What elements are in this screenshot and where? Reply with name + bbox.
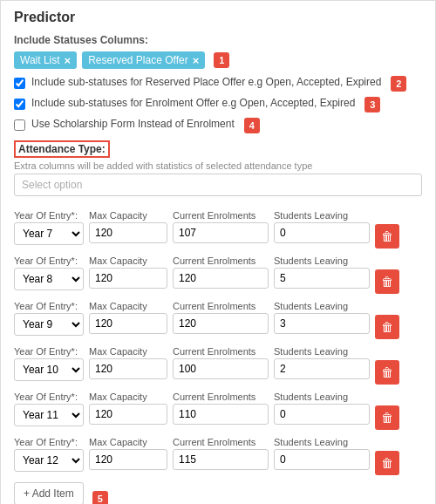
max-label: Max Capacity — [89, 437, 167, 447]
enrolments-label: Current Enrolments — [173, 437, 269, 447]
checkbox-row-1: Include sub-statuses for Reserved Place … — [14, 76, 422, 92]
year-select-2[interactable]: Year 9 — [14, 313, 84, 336]
enrolments-label: Current Enrolments — [173, 346, 269, 357]
checkbox-reserved-sub-label: Include sub-statuses for Reserved Place … — [31, 76, 381, 88]
table-row: Year Of Entry*: Year 7 Max Capacity Curr… — [14, 210, 422, 249]
annotation-4: 4 — [244, 118, 260, 133]
max-col: Max Capacity — [89, 210, 167, 243]
enrolments-input-2[interactable] — [173, 313, 269, 334]
checkbox-row-2: Include sub-statuses for Enrolment Offer… — [14, 97, 422, 112]
delete-row-4-button[interactable]: 🗑 — [375, 405, 399, 430]
year-select-3[interactable]: Year 10 — [14, 358, 84, 381]
year-select-5[interactable]: Year 12 — [14, 449, 84, 472]
delete-row-3-button[interactable]: 🗑 — [375, 360, 399, 385]
checkbox-enrolment-sub[interactable] — [14, 99, 25, 110]
max-label: Max Capacity — [89, 392, 167, 402]
year-select-1[interactable]: Year 8 — [14, 268, 84, 290]
year-col: Year Of Entry*: Year 8 — [14, 255, 84, 290]
year-label: Year Of Entry*: — [14, 210, 84, 221]
tag-reserved[interactable]: Reserved Place Offer × — [82, 51, 205, 69]
max-input-4[interactable] — [89, 404, 167, 425]
enrolments-input-1[interactable] — [173, 268, 269, 289]
leaving-col: Students Leaving — [274, 301, 370, 334]
leaving-label: Students Leaving — [274, 301, 370, 311]
table-row: Year Of Entry*: Year 11 Max Capacity Cur… — [14, 392, 422, 430]
tag-reserved-label: Reserved Place Offer — [88, 54, 188, 66]
include-statuses-label: Include Statuses Columns: — [14, 34, 422, 46]
delete-row-2-button[interactable]: 🗑 — [375, 315, 399, 339]
leaving-input-1[interactable] — [274, 268, 370, 289]
enrolments-col: Current Enrolments — [173, 392, 269, 425]
enrolments-label: Current Enrolments — [173, 210, 269, 221]
year-select-4[interactable]: Year 11 — [14, 404, 84, 426]
year-label: Year Of Entry*: — [14, 255, 84, 266]
tag-reserved-close[interactable]: × — [193, 55, 200, 66]
max-input-0[interactable] — [89, 222, 167, 243]
enrolments-input-3[interactable] — [173, 358, 269, 379]
leaving-col: Students Leaving — [274, 392, 370, 425]
enrolments-input-4[interactable] — [173, 404, 269, 425]
max-label: Max Capacity — [89, 210, 167, 221]
max-col: Max Capacity — [89, 255, 167, 289]
annotation-3: 3 — [364, 97, 380, 112]
checkbox-scholarship[interactable] — [14, 119, 25, 131]
checkbox-row-3: Use Scholarship Form Instead of Enrolmen… — [14, 118, 422, 133]
table-row: Year Of Entry*: Year 8 Max Capacity Curr… — [14, 255, 422, 294]
annotation-5: 5 — [92, 491, 108, 504]
enrolments-col: Current Enrolments — [173, 346, 269, 379]
delete-row-0-button[interactable]: 🗑 — [375, 224, 399, 249]
max-col: Max Capacity — [89, 346, 167, 379]
max-input-5[interactable] — [89, 449, 167, 470]
year-col: Year Of Entry*: Year 10 — [14, 346, 84, 381]
leaving-input-3[interactable] — [274, 358, 370, 379]
leaving-col: Students Leaving — [274, 210, 370, 243]
leaving-col: Students Leaving — [274, 255, 370, 289]
leaving-input-4[interactable] — [274, 404, 370, 425]
enrolments-label: Current Enrolments — [173, 255, 269, 266]
leaving-label: Students Leaving — [274, 210, 370, 221]
attendance-type-label: Attendance Type: — [14, 140, 110, 158]
tag-row: Wait List × Reserved Place Offer × 1 — [14, 51, 422, 69]
attendance-hint: Extra columns will be added with statist… — [14, 160, 422, 171]
checkbox-enrolment-sub-label: Include sub-statuses for Enrolment Offer… — [31, 97, 355, 109]
year-select-0[interactable]: Year 7 — [14, 222, 84, 245]
enrolments-col: Current Enrolments — [173, 210, 269, 243]
enrolments-col: Current Enrolments — [173, 255, 269, 289]
annotation-2: 2 — [391, 76, 406, 92]
attendance-section: Attendance Type: Extra columns will be a… — [14, 140, 422, 205]
max-label: Max Capacity — [89, 301, 167, 311]
tag-waitlist[interactable]: Wait List × — [14, 51, 77, 69]
delete-row-1-button[interactable]: 🗑 — [375, 269, 399, 294]
enrolments-col: Current Enrolments — [173, 301, 269, 334]
max-input-1[interactable] — [89, 268, 167, 289]
leaving-label: Students Leaving — [274, 392, 370, 402]
entry-rows: Year Of Entry*: Year 7 Max Capacity Curr… — [14, 210, 422, 475]
year-label: Year Of Entry*: — [14, 346, 84, 357]
leaving-label: Students Leaving — [274, 346, 370, 357]
max-input-3[interactable] — [89, 358, 167, 379]
add-item-button[interactable]: + Add Item — [14, 482, 84, 504]
leaving-input-2[interactable] — [274, 313, 370, 334]
max-col: Max Capacity — [89, 437, 167, 470]
enrolments-col: Current Enrolments — [173, 437, 269, 470]
checkbox-reserved-sub[interactable] — [14, 78, 25, 89]
max-input-2[interactable] — [89, 313, 167, 334]
tag-waitlist-close[interactable]: × — [65, 55, 72, 66]
leaving-col: Students Leaving — [274, 346, 370, 379]
year-col: Year Of Entry*: Year 7 — [14, 210, 84, 245]
leaving-input-0[interactable] — [274, 222, 370, 243]
year-label: Year Of Entry*: — [14, 301, 84, 311]
leaving-input-5[interactable] — [274, 449, 370, 470]
max-col: Max Capacity — [89, 392, 167, 425]
add-item-row: + Add Item 5 — [14, 482, 422, 504]
page-title: Predictor — [14, 10, 422, 25]
attendance-select[interactable]: Select option — [14, 174, 422, 196]
tag-waitlist-label: Wait List — [20, 54, 60, 66]
year-col: Year Of Entry*: Year 9 — [14, 301, 84, 336]
delete-row-5-button[interactable]: 🗑 — [375, 451, 399, 475]
leaving-col: Students Leaving — [274, 437, 370, 470]
annotation-1: 1 — [214, 52, 229, 68]
enrolments-input-0[interactable] — [173, 222, 269, 243]
enrolments-input-5[interactable] — [173, 449, 269, 470]
max-label: Max Capacity — [89, 255, 167, 266]
